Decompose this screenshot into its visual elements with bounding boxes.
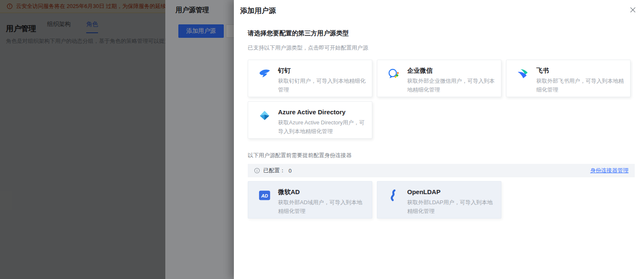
- user-source-card-grid: 钉钉 获取钉钉用户，可导入到本地精细化管理 企业微信 获取外部企: [248, 60, 633, 139]
- card-description: 获取钉钉用户，可导入到本地精细化管理: [278, 76, 366, 94]
- close-icon: [630, 7, 636, 13]
- connector-card-grid: AD 微软AD 获取外部AD域用户，可导入到本地精细化管理 OpenLDAP 获…: [248, 181, 635, 218]
- card-title: OpenLDAP: [407, 188, 495, 196]
- modal-title: 添加用户源: [240, 6, 637, 16]
- card-title: Azure Active Directory: [278, 108, 366, 116]
- user-source-card-dingtalk[interactable]: 钉钉 获取钉钉用户，可导入到本地精细化管理: [248, 60, 372, 97]
- user-source-card-feishu[interactable]: 飞书 获取外部飞书用户，可导入到本地精细化管理: [506, 60, 631, 97]
- user-source-card-microsoft-ad[interactable]: AD 微软AD 获取外部AD域用户，可导入到本地精细化管理: [248, 181, 372, 218]
- connector-note: 以下用户源配置前需要提前配置身份连接器: [248, 152, 635, 159]
- microsoft-ad-icon: AD: [258, 189, 271, 202]
- section-heading: 请选择您要配置的第三方用户源类型: [248, 29, 635, 37]
- user-source-card-wecom[interactable]: 企业微信 获取外部企业微信用户，可导入到本地精细化管理: [377, 60, 501, 97]
- dingtalk-icon: [258, 68, 271, 80]
- card-description: 获取外部LDAP用户，可导入到本地精细化管理: [407, 198, 495, 216]
- card-title: 钉钉: [278, 67, 366, 74]
- close-button[interactable]: [629, 6, 636, 13]
- card-description: 获取外部AD域用户，可导入到本地精细化管理: [278, 198, 366, 216]
- add-user-source-modal: 添加用户源 请选择您要配置的第三方用户源类型 已支持以下用户源类型，点击即可开始…: [234, 0, 644, 279]
- user-source-card-openldap[interactable]: OpenLDAP 获取外部LDAP用户，可导入到本地精细化管理: [377, 181, 501, 218]
- svg-text:AD: AD: [261, 193, 268, 198]
- card-description: 获取Azure Active Directory用户，可导入到本地精细化管理: [278, 118, 366, 136]
- configured-info-bar: 已配置：0 身份连接器管理: [248, 164, 635, 177]
- card-title: 企业微信: [407, 67, 495, 74]
- card-title: 飞书: [536, 67, 624, 74]
- wecom-icon: [387, 68, 400, 80]
- card-description: 获取外部企业微信用户，可导入到本地精细化管理: [407, 76, 495, 94]
- configured-count: 0: [289, 168, 292, 174]
- feishu-icon: [517, 68, 529, 80]
- card-description: 获取外部飞书用户，可导入到本地精细化管理: [536, 76, 624, 94]
- section-subheading: 已支持以下用户源类型，点击即可开始配置用户源: [248, 44, 635, 52]
- configured-label: 已配置：: [263, 167, 285, 174]
- openldap-icon: [387, 189, 400, 202]
- card-title: 微软AD: [278, 188, 366, 196]
- identity-connector-management-link[interactable]: 身份连接器管理: [590, 167, 628, 174]
- azure-ad-icon: [258, 109, 271, 122]
- user-source-card-azure-ad[interactable]: Azure Active Directory 获取Azure Active Di…: [248, 101, 372, 139]
- info-circle-icon: [254, 168, 260, 174]
